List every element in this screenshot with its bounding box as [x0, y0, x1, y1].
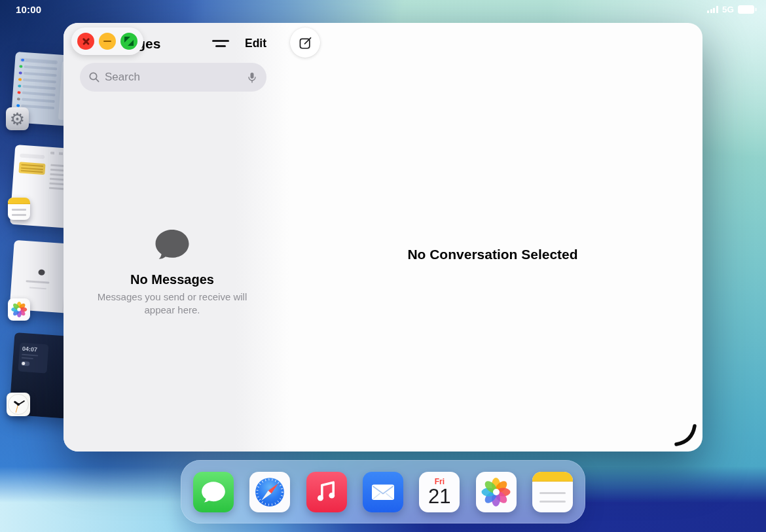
search-icon: [88, 71, 100, 83]
photos-preview-line: [29, 287, 46, 289]
status-time: 10:00: [16, 4, 41, 15]
battery-icon: [738, 5, 754, 14]
dock-icon-safari[interactable]: [249, 472, 290, 512]
calendar-day-label: 21: [419, 486, 460, 506]
filter-lines-icon: [215, 45, 226, 47]
cellular-signal-icon: [707, 6, 718, 13]
search-input[interactable]: [105, 71, 242, 84]
speech-bubble-icon: [153, 228, 191, 261]
notes-app-icon[interactable]: [8, 198, 30, 220]
search-field[interactable]: [80, 63, 266, 92]
notes-preview-selected-note: [18, 162, 45, 175]
clock-preview-time: 04:07: [22, 346, 46, 353]
screen: 10:00 5G: [0, 0, 766, 532]
clock-preview-alarm-tile: 04:07: [18, 343, 48, 374]
dictation-mic-icon[interactable]: [246, 71, 258, 84]
dock-icon-notes[interactable]: [532, 472, 573, 512]
music-note-icon: [311, 476, 342, 508]
status-right-cluster: 5G: [707, 5, 754, 14]
dock-icon-messages[interactable]: [193, 472, 234, 512]
photos-flower-icon: [8, 298, 30, 321]
notes-icon-line: [539, 492, 566, 495]
messages-bubble-icon: [200, 480, 227, 504]
clock-icon: [8, 394, 29, 415]
photos-preview-line: [26, 280, 49, 284]
status-bar: 10:00 5G: [0, 0, 766, 20]
photos-app-icon[interactable]: [8, 298, 30, 321]
notes-icon-line: [12, 209, 26, 211]
safari-compass-icon: [253, 476, 286, 508]
messages-window-content: Messages Edit: [64, 23, 702, 452]
notes-icon-line: [12, 214, 26, 216]
no-messages-subtitle: Messages you send or receive will appear…: [64, 291, 281, 317]
clock-preview-toggle: [21, 361, 29, 366]
window-resize-handle[interactable]: [670, 420, 699, 449]
dock-icon-mail[interactable]: [363, 472, 403, 512]
filter-lines-icon: [212, 40, 229, 42]
zoom-button[interactable]: [120, 33, 137, 50]
filter-button[interactable]: [210, 35, 232, 54]
dock-icon-music[interactable]: [306, 472, 347, 512]
notes-icon-band: [532, 472, 573, 482]
conversation-sidebar: Messages Edit: [64, 23, 289, 452]
dock-icon-calendar[interactable]: Fri 21: [419, 472, 460, 512]
no-messages-title: No Messages: [64, 272, 281, 287]
no-conversation-label: No Conversation Selected: [289, 247, 696, 262]
settings-app-icon[interactable]: [6, 107, 29, 130]
messages-empty-state: No Messages Messages you send or receive…: [64, 228, 281, 317]
notes-icon-band: [8, 198, 30, 204]
photos-preview-glyph: [38, 270, 45, 276]
dock-icon-photos[interactable]: [476, 472, 517, 512]
notes-icon-line: [539, 501, 566, 503]
zoom-resize-icon: [124, 36, 134, 46]
minimize-icon: [103, 41, 111, 43]
dock: Fri 21: [181, 460, 585, 523]
network-type-label: 5G: [722, 5, 734, 14]
messages-window: Messages Edit: [64, 23, 702, 452]
edit-button[interactable]: Edit: [245, 37, 266, 50]
window-controls: [71, 27, 143, 55]
settings-gear-icon: [10, 111, 25, 128]
compose-button[interactable]: [290, 27, 320, 58]
mail-envelope-icon: [367, 476, 399, 508]
compose-icon: [298, 35, 313, 50]
notes-preview-search: [20, 153, 45, 159]
close-button[interactable]: [77, 33, 94, 50]
clock-app-icon[interactable]: [7, 393, 30, 416]
photos-flower-icon: [476, 472, 517, 512]
minimize-button[interactable]: [99, 33, 116, 50]
